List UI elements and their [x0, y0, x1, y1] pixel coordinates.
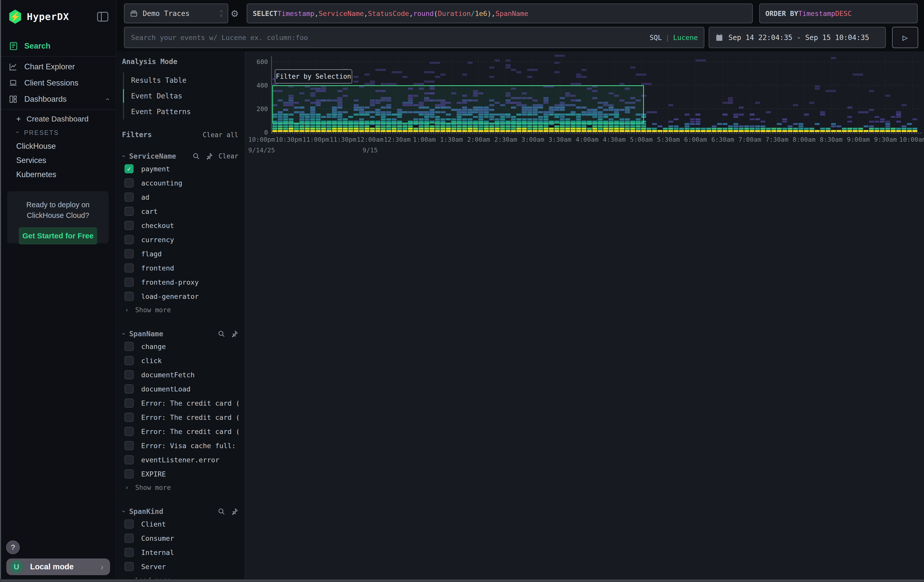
checkbox[interactable]: [124, 427, 134, 436]
analysis-mode-results-table[interactable]: Results Table: [124, 73, 238, 88]
filter-option[interactable]: documentFetch: [122, 368, 238, 382]
filter-option[interactable]: Client: [122, 517, 238, 531]
query-token: ,: [315, 10, 318, 18]
search-input[interactable]: [130, 33, 650, 42]
checkbox[interactable]: [124, 342, 134, 351]
filter-option[interactable]: change: [122, 339, 238, 353]
checkbox[interactable]: [124, 399, 134, 408]
checkbox[interactable]: [124, 178, 134, 188]
checkbox[interactable]: [124, 455, 134, 464]
query-token: /: [471, 10, 475, 18]
filter-option[interactable]: click: [122, 353, 238, 368]
sidebar-item-dashboards[interactable]: Dashboards›: [0, 91, 116, 107]
hyperdx-logo-icon[interactable]: ⚡: [8, 10, 22, 24]
filter-option[interactable]: flagd: [122, 247, 238, 261]
scrollbar-thumb[interactable]: [0, 579, 924, 582]
sql-mode-toggle[interactable]: SQL: [650, 34, 662, 41]
select-query-input[interactable]: SELECT Timestamp, ServiceName, StatusCod…: [247, 3, 753, 23]
checkbox[interactable]: [124, 469, 134, 478]
analysis-mode-event-deltas[interactable]: Event Deltas: [124, 88, 238, 104]
date-range-picker[interactable]: Sep 14 22:04:35 - Sep 15 10:04:35: [709, 27, 886, 48]
filter-option[interactable]: ✓payment: [122, 162, 238, 176]
checkbox[interactable]: [124, 278, 134, 287]
show-more-button[interactable]: ›Show more: [122, 303, 238, 317]
checkbox[interactable]: [124, 249, 134, 258]
dashboards-icon: [8, 94, 19, 104]
filter-option[interactable]: eventListener.error: [122, 453, 238, 467]
nav-list: Chart ExplorerClient SessionsDashboards›: [0, 59, 116, 107]
checkbox[interactable]: [124, 519, 134, 529]
filter-option[interactable]: Error: The credit card (…: [122, 396, 238, 410]
filter-option[interactable]: Error: Visa cache full: …: [122, 439, 238, 453]
source-selector[interactable]: Demo Traces ˄˅: [124, 3, 228, 23]
checkbox[interactable]: [124, 264, 134, 272]
preset-item-kubernetes[interactable]: Kubernetes: [0, 168, 116, 182]
sidebar-item-search[interactable]: Search: [0, 38, 116, 54]
pin-icon[interactable]: [231, 330, 238, 338]
filter-option[interactable]: cart: [122, 204, 238, 218]
checkbox[interactable]: [124, 413, 134, 422]
filter-option[interactable]: Error: The credit card (…: [122, 410, 238, 424]
filter-option[interactable]: Server: [122, 559, 238, 574]
chevron-down-icon[interactable]: ›: [120, 509, 127, 513]
checkbox[interactable]: [124, 548, 134, 557]
local-mode-button[interactable]: U Local mode ›: [6, 559, 110, 575]
sidebar-item-client-sessions[interactable]: Client Sessions: [0, 75, 116, 91]
chevron-down-icon[interactable]: ›: [120, 154, 127, 158]
search-icon[interactable]: [218, 330, 225, 338]
checkbox[interactable]: [124, 221, 134, 230]
sidebar-item-chart-explorer[interactable]: Chart Explorer: [0, 59, 116, 75]
filter-by-selection-button[interactable]: Filter by Selection: [275, 69, 352, 84]
clear-all-button[interactable]: Clear all: [203, 131, 238, 138]
pin-icon[interactable]: [205, 152, 213, 160]
analysis-mode-event-patterns[interactable]: Event Patterns: [124, 104, 238, 119]
preset-item-services[interactable]: Services: [0, 153, 116, 168]
checkbox[interactable]: [124, 193, 134, 202]
run-query-button[interactable]: ▷: [892, 27, 918, 48]
filter-option[interactable]: frontend-proxy: [122, 275, 238, 289]
checkbox[interactable]: [124, 441, 134, 450]
checkbox[interactable]: ✓: [124, 164, 134, 173]
show-more-button[interactable]: ›Show more: [122, 481, 238, 494]
checkbox[interactable]: [124, 235, 134, 244]
preset-item-clickhouse[interactable]: ClickHouse: [0, 139, 116, 153]
checkbox[interactable]: [124, 384, 134, 394]
help-button[interactable]: ?: [6, 541, 20, 554]
chevron-down-icon[interactable]: ›: [120, 332, 127, 336]
horizontal-scrollbar[interactable]: [0, 579, 924, 582]
filter-option[interactable]: Internal: [122, 545, 238, 559]
filter-option-label: cart: [141, 208, 158, 215]
search-icon[interactable]: [192, 152, 200, 160]
create-dashboard-button[interactable]: + Create Dashboard: [0, 112, 116, 126]
query-token: ): [487, 10, 491, 18]
get-started-button[interactable]: Get Started for Free: [19, 227, 97, 244]
filter-option[interactable]: load-generator: [122, 289, 238, 303]
filter-option[interactable]: currency: [122, 232, 238, 247]
checkbox[interactable]: [124, 370, 134, 379]
analysis-mode-list: Results TableEvent DeltasEvent Patterns: [123, 73, 238, 119]
checkbox[interactable]: [124, 207, 134, 216]
filter-option[interactable]: checkout: [122, 218, 238, 232]
gear-icon[interactable]: ⚙: [231, 7, 238, 20]
filter-option[interactable]: ad: [122, 190, 238, 204]
filter-option[interactable]: accounting: [122, 176, 238, 190]
local-mode-label: Local mode: [30, 562, 74, 571]
clear-group-button[interactable]: Clear: [219, 152, 238, 160]
filter-option[interactable]: Consumer: [122, 531, 238, 545]
checkbox[interactable]: [124, 292, 134, 301]
checkbox[interactable]: [124, 356, 134, 365]
search-icon[interactable]: [218, 508, 225, 515]
presets-toggle[interactable]: › PRESETS: [0, 126, 116, 139]
pin-icon[interactable]: [231, 508, 238, 515]
chart-selection-rect[interactable]: [272, 85, 644, 124]
lucene-mode-toggle[interactable]: Lucene: [673, 34, 698, 41]
filter-option-label: accounting: [141, 179, 182, 187]
filter-option[interactable]: Error: The credit card (…: [122, 424, 238, 439]
collapse-sidebar-icon[interactable]: [97, 12, 108, 21]
filter-option[interactable]: EXPIRE: [122, 467, 238, 481]
checkbox[interactable]: [124, 534, 134, 543]
filter-option[interactable]: documentLoad: [122, 382, 238, 396]
checkbox[interactable]: [124, 562, 134, 571]
filter-option[interactable]: frontend: [122, 261, 238, 275]
order-by-input[interactable]: ORDER BY Timestamp DESC: [759, 3, 918, 23]
